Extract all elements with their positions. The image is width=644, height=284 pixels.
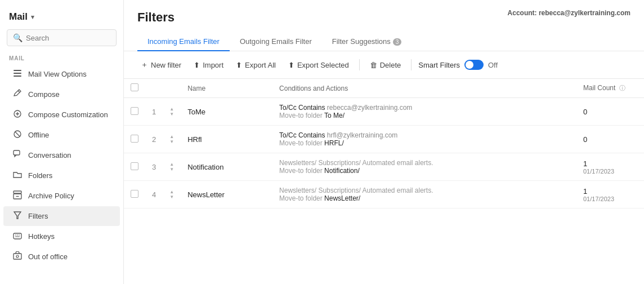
row-sort-2[interactable]: ▲ ▼ bbox=[163, 126, 181, 153]
tab-outgoing[interactable]: Outgoing Emails Filter bbox=[230, 33, 322, 51]
row-name-2[interactable]: HRfl bbox=[181, 126, 272, 153]
row-checkbox-4[interactable] bbox=[131, 190, 138, 198]
tab-label: Filter Suggestions bbox=[332, 37, 391, 46]
mail-count-value-3: 1 bbox=[583, 159, 637, 168]
export-selected-label: Export Selected bbox=[297, 61, 349, 69]
sidebar-item-label: Conversation bbox=[28, 151, 71, 159]
conditions-text-4: Newsletters/ Subscriptions/ Automated em… bbox=[279, 187, 570, 194]
sidebar-item-filters[interactable]: Filters bbox=[3, 206, 120, 226]
new-filter-label: New filter bbox=[151, 61, 181, 69]
select-all-checkbox[interactable] bbox=[131, 83, 138, 91]
row-sort-3[interactable]: ▲ ▼ bbox=[163, 153, 181, 181]
sidebar-brand[interactable]: Mail ▾ bbox=[9, 11, 114, 23]
svg-rect-0 bbox=[14, 70, 21, 71]
plus-icon: ＋ bbox=[141, 60, 148, 70]
main-header: Filters Incoming Emails FilterOutgoing E… bbox=[124, 0, 644, 51]
condition-label-3: Newsletters/ Subscriptions/ Automated em… bbox=[279, 159, 433, 167]
col-mailcount-header: Mail Count ⓘ bbox=[576, 79, 644, 98]
tab-badge: 3 bbox=[393, 38, 402, 46]
sidebar-item-mail-view-options[interactable]: Mail View Options bbox=[3, 64, 120, 84]
sort-arrows-4[interactable]: ▲ ▼ bbox=[169, 190, 174, 199]
row-sort-4[interactable]: ▲ ▼ bbox=[163, 181, 181, 208]
condition-value-1: rebecca@zylkertraining.com bbox=[327, 104, 413, 112]
move-to-1: Move-to folder To Me/ bbox=[279, 112, 570, 119]
col-number-header bbox=[145, 79, 163, 98]
row-checkbox-2[interactable] bbox=[131, 135, 138, 143]
conditions-text-3: Newsletters/ Subscriptions/ Automated em… bbox=[279, 159, 570, 167]
col-name-header: Name bbox=[181, 79, 272, 98]
row-conditions-1: To/Cc Contains rebecca@zylkertraining.co… bbox=[272, 98, 576, 126]
action-label-3: Move-to folder bbox=[279, 167, 323, 175]
conditions-text-1: To/Cc Contains rebecca@zylkertraining.co… bbox=[279, 104, 570, 112]
search-input[interactable] bbox=[26, 34, 110, 42]
sidebar-nav: Mail View Options Compose Compose Custom… bbox=[0, 64, 123, 267]
export-all-label: Export All bbox=[245, 61, 276, 69]
row-checkbox-1[interactable] bbox=[131, 107, 138, 115]
svg-rect-5 bbox=[14, 150, 20, 155]
filter-name-1: ToMe bbox=[187, 108, 205, 116]
sort-arrows-1[interactable]: ▲ ▼ bbox=[169, 107, 174, 117]
compose-icon bbox=[12, 89, 23, 100]
delete-label: Delete bbox=[380, 61, 401, 69]
svg-rect-9 bbox=[14, 233, 21, 239]
sort-up-icon: ▲ bbox=[169, 190, 174, 194]
sidebar-item-out-of-office[interactable]: Out of office bbox=[3, 247, 120, 267]
condition-label-4: Newsletters/ Subscriptions/ Automated em… bbox=[279, 187, 433, 194]
row-conditions-2: To/Cc Contains hrfl@zylkertraining.com M… bbox=[272, 126, 576, 153]
tab-suggestions[interactable]: Filter Suggestions3 bbox=[322, 33, 412, 51]
svg-rect-2 bbox=[14, 76, 21, 77]
smart-filters-label: Smart Filters bbox=[418, 61, 460, 69]
archive-policy-icon bbox=[12, 190, 23, 201]
search-icon: 🔍 bbox=[13, 33, 23, 42]
row-sort-1[interactable]: ▲ ▼ bbox=[163, 98, 181, 126]
action-value-1: To Me/ bbox=[324, 112, 345, 119]
toggle-knob bbox=[466, 61, 473, 69]
row-number-2: 2 bbox=[145, 126, 163, 153]
row-mailcount-1: 0 bbox=[576, 98, 644, 126]
toolbar-separator-2 bbox=[411, 59, 412, 70]
sort-up-icon: ▲ bbox=[169, 107, 174, 112]
table-row: 1 ▲ ▼ ToMe To/Cc Contains rebecca@zylker… bbox=[124, 98, 644, 126]
export-selected-icon: ⬆ bbox=[288, 61, 294, 69]
col-checkbox-header bbox=[124, 79, 145, 98]
tab-incoming[interactable]: Incoming Emails Filter bbox=[137, 33, 230, 51]
row-checkbox-3[interactable] bbox=[131, 162, 138, 170]
sort-down-icon: ▼ bbox=[169, 195, 174, 199]
mail-view-options-icon bbox=[12, 69, 23, 79]
mail-count-info-icon[interactable]: ⓘ bbox=[619, 85, 625, 91]
sort-up-icon: ▲ bbox=[169, 135, 174, 139]
condition-label-2: To/Cc Contains bbox=[279, 131, 325, 139]
svg-rect-6 bbox=[14, 191, 21, 193]
smart-filters-toggle[interactable] bbox=[464, 60, 484, 70]
sidebar-item-offline[interactable]: Offline bbox=[3, 125, 120, 145]
sidebar-item-archive-policy[interactable]: Archive Policy bbox=[3, 186, 120, 206]
row-checkbox-cell bbox=[124, 153, 145, 181]
row-name-4[interactable]: NewsLetter bbox=[181, 181, 272, 208]
account-info: Account: rebecca@zylkertraining.com bbox=[508, 9, 630, 17]
sidebar-item-compose-customization[interactable]: Compose Customization bbox=[3, 105, 120, 125]
sidebar: Mail ▾ 🔍 MAIL Mail View Options Compose … bbox=[0, 0, 124, 284]
sidebar-item-compose[interactable]: Compose bbox=[3, 85, 120, 104]
sidebar-item-conversation[interactable]: Conversation bbox=[3, 145, 120, 165]
new-filter-button[interactable]: ＋ New filter bbox=[135, 57, 187, 73]
export-all-button[interactable]: ⬆ Export All bbox=[230, 58, 281, 72]
row-name-1[interactable]: ToMe bbox=[181, 98, 272, 126]
search-box[interactable]: 🔍 bbox=[7, 29, 117, 46]
hotkeys-icon bbox=[12, 231, 23, 242]
export-selected-button[interactable]: ⬆ Export Selected bbox=[283, 58, 355, 72]
sort-arrows-2[interactable]: ▲ ▼ bbox=[169, 135, 174, 144]
import-button[interactable]: ⬆ Import bbox=[188, 58, 229, 72]
delete-button[interactable]: 🗑 Delete bbox=[364, 58, 407, 72]
tab-label: Outgoing Emails Filter bbox=[240, 37, 312, 46]
action-value-4: NewsLetter/ bbox=[324, 194, 360, 202]
conversation-icon bbox=[12, 150, 23, 161]
sort-down-icon: ▼ bbox=[169, 140, 174, 144]
sidebar-header: Mail ▾ bbox=[0, 7, 123, 29]
col-conditions-header: Conditions and Actions bbox=[272, 79, 576, 98]
sort-arrows-3[interactable]: ▲ ▼ bbox=[169, 162, 174, 172]
delete-icon: 🗑 bbox=[370, 61, 377, 69]
sidebar-item-folders[interactable]: Folders bbox=[3, 166, 120, 185]
sidebar-item-hotkeys[interactable]: Hotkeys bbox=[3, 227, 120, 246]
row-name-3[interactable]: Notification bbox=[181, 153, 272, 181]
account-email: rebecca@zylkertraining.com bbox=[539, 9, 630, 17]
